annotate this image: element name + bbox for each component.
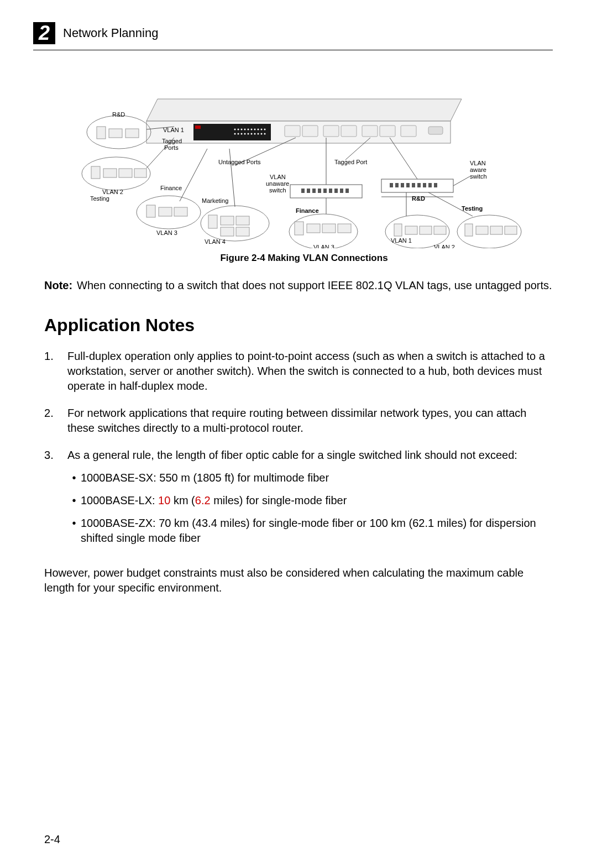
svg-line-95 — [390, 138, 417, 179]
label-vlan1b: VLAN 1 — [391, 237, 412, 244]
label-rd2: R&D — [412, 195, 425, 202]
main-switch-icon — [146, 99, 462, 143]
svg-rect-27 — [341, 126, 357, 137]
svg-point-15 — [241, 133, 243, 135]
label-vlan-unaware1: VLAN — [270, 174, 286, 180]
svg-point-10 — [258, 129, 259, 130]
svg-rect-80 — [420, 226, 432, 234]
svg-point-18 — [251, 133, 253, 135]
fiber-limits-list: 1000BASE-SX: 550 m (1805 ft) for multimo… — [67, 470, 553, 546]
svg-marker-0 — [146, 99, 462, 121]
svg-rect-24 — [285, 126, 300, 137]
vlan-aware-switch-icon — [381, 179, 453, 197]
label-vlan-aware1: VLAN — [470, 160, 486, 166]
header-divider — [33, 50, 553, 50]
svg-rect-52 — [301, 189, 305, 193]
svg-rect-72 — [417, 183, 421, 187]
svg-rect-46 — [208, 215, 217, 228]
application-notes-list: Full-duplex operation only applies to po… — [44, 349, 553, 553]
svg-rect-64 — [322, 224, 336, 233]
svg-point-22 — [264, 133, 266, 135]
svg-rect-40 — [134, 169, 146, 177]
vlan-unaware-switch-icon — [290, 185, 362, 198]
svg-point-4 — [238, 129, 239, 130]
svg-rect-48 — [236, 216, 249, 225]
svg-rect-28 — [362, 126, 378, 137]
label-tagged-ports-1: Tagged — [162, 138, 182, 144]
svg-rect-68 — [395, 183, 399, 187]
label-vlan2: VLAN 2 — [102, 189, 123, 195]
chapter-badge: 2 — [33, 22, 55, 44]
svg-rect-33 — [97, 127, 106, 139]
label-vlan-aware2: aware — [470, 166, 486, 173]
svg-rect-71 — [412, 183, 415, 187]
svg-rect-2 — [193, 124, 271, 140]
label-vlan-unaware2: unaware — [266, 180, 289, 187]
svg-line-89 — [180, 149, 207, 201]
trailing-paragraph: However, power budget constraints must a… — [44, 566, 553, 595]
svg-rect-49 — [221, 227, 234, 236]
marketing-cloud-icon — [201, 206, 269, 241]
svg-rect-38 — [103, 169, 117, 177]
label-vlan1: VLAN 1 — [163, 127, 184, 133]
svg-rect-42 — [146, 205, 155, 217]
svg-rect-43 — [159, 207, 172, 216]
svg-rect-50 — [236, 227, 249, 236]
label-finance: Finance — [160, 185, 182, 191]
label-finance2: Finance — [296, 207, 319, 214]
svg-rect-31 — [428, 127, 443, 134]
svg-line-96 — [453, 176, 470, 186]
svg-rect-78 — [394, 224, 402, 236]
svg-rect-58 — [334, 189, 338, 193]
svg-rect-55 — [318, 189, 321, 193]
label-testing: Testing — [90, 195, 109, 202]
label-vlan4: VLAN 4 — [205, 238, 226, 245]
bottom-cloud-vlan3-icon — [289, 214, 358, 248]
svg-rect-34 — [109, 129, 122, 138]
svg-rect-26 — [323, 126, 339, 137]
svg-point-12 — [264, 129, 266, 130]
svg-rect-29 — [380, 126, 395, 137]
label-vlan-aware3: switch — [470, 173, 487, 180]
svg-point-20 — [258, 133, 259, 135]
label-tagged-ports-2: Ports — [164, 144, 179, 151]
svg-point-3 — [234, 129, 236, 130]
svg-rect-44 — [174, 207, 187, 216]
svg-rect-73 — [423, 183, 426, 187]
fiber-lx: 1000BASE-LX: 10 km (6.2 miles) for singl… — [67, 493, 553, 508]
label-vlan2b: VLAN 2 — [434, 244, 455, 248]
page-header: 2 Network Planning — [33, 22, 553, 44]
label-vlan3: VLAN 3 — [156, 229, 177, 236]
label-testing2: Testing — [462, 205, 483, 212]
fiber-sx: 1000BASE-SX: 550 m (1805 ft) for multimo… — [67, 470, 553, 485]
svg-rect-59 — [340, 189, 343, 193]
svg-rect-70 — [406, 183, 410, 187]
svg-point-16 — [244, 133, 246, 135]
svg-rect-74 — [428, 183, 432, 187]
svg-point-5 — [241, 129, 243, 130]
svg-point-8 — [251, 129, 253, 130]
svg-rect-62 — [295, 222, 303, 235]
svg-rect-47 — [221, 216, 234, 225]
label-untagged-ports: Untagged Ports — [218, 159, 261, 165]
svg-rect-30 — [401, 126, 416, 137]
svg-rect-57 — [329, 189, 332, 193]
svg-rect-37 — [91, 166, 100, 179]
svg-rect-63 — [307, 224, 320, 233]
label-marketing: Marketing — [202, 197, 228, 204]
svg-rect-67 — [390, 183, 393, 187]
page-number: 2-4 — [44, 833, 60, 846]
page-title: Network Planning — [63, 26, 158, 40]
app-note-1: Full-duplex operation only applies to po… — [44, 349, 553, 394]
svg-rect-79 — [405, 226, 417, 234]
svg-rect-56 — [323, 189, 327, 193]
note-label: Note: — [44, 278, 72, 293]
svg-rect-75 — [434, 183, 437, 187]
label-rd: R&D — [112, 111, 125, 118]
svg-rect-39 — [119, 169, 132, 177]
svg-rect-54 — [312, 189, 316, 193]
svg-line-98 — [428, 192, 473, 216]
app-note-2: For network applications that require ro… — [44, 406, 553, 436]
chapter-number: 2 — [39, 23, 50, 43]
svg-rect-81 — [434, 226, 446, 234]
